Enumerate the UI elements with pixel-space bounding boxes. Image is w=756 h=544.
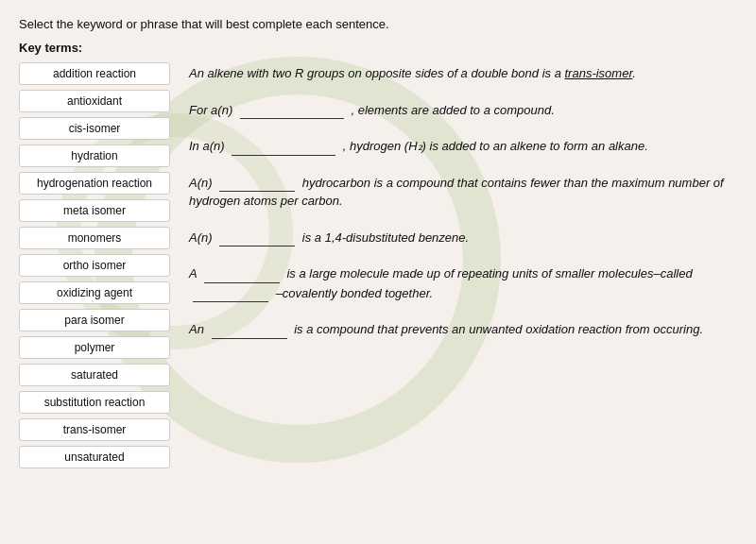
sentence-1-period: . <box>632 66 636 80</box>
sentence-5-after: is a 1,4-disubstituted benzene. <box>302 230 469 245</box>
keyword-item-10[interactable]: polymer <box>19 336 170 359</box>
sentence-6-prefix: A <box>189 266 197 280</box>
sentence-3-prefix: In a(n) <box>189 139 225 153</box>
sentence-4: A(n) hydrocarbon is a compound that cont… <box>189 173 737 211</box>
sentence-3-after: , hydrogen (H₂) is added to an alkene to… <box>343 139 648 153</box>
sentence-1-text-before: An alkene with two R groups on opposite … <box>189 66 561 80</box>
sentence-6-blank-1[interactable] <box>204 264 280 283</box>
keyword-item-8[interactable]: oxidizing agent <box>19 281 170 304</box>
keyword-item-11[interactable]: saturated <box>19 364 170 386</box>
keyword-item-14[interactable]: unsaturated <box>19 446 170 468</box>
keyword-item-4[interactable]: hydrogenation reaction <box>19 172 170 195</box>
sentence-1-link: trans-isomer <box>565 66 633 80</box>
keyword-item-0[interactable]: addition reaction <box>19 62 170 85</box>
sentences-column: An alkene with two R groups on opposite … <box>189 62 737 468</box>
keyword-item-12[interactable]: substitution reaction <box>19 391 170 414</box>
sentence-5-blank[interactable] <box>219 228 295 247</box>
sentence-3-blank[interactable] <box>232 136 335 156</box>
sentence-3: In a(n) , hydrogen (H₂) is added to an a… <box>189 136 737 156</box>
sentence-6: A is a large molecule made up of repeati… <box>189 264 737 302</box>
keywords-column: addition reactionantioxidantcis-isomerhy… <box>19 62 170 468</box>
keyword-item-6[interactable]: monomers <box>19 227 170 249</box>
keyword-item-3[interactable]: hydration <box>19 144 170 167</box>
sentence-2: For a(n) , elements are added to a compo… <box>189 100 737 120</box>
instructions-text: Select the keyword or phrase that will b… <box>19 17 737 31</box>
keyword-item-5[interactable]: meta isomer <box>19 199 170 222</box>
sentence-6-after: –covalently bonded together. <box>276 286 433 300</box>
sentence-4-prefix: A(n) <box>189 176 213 190</box>
sentence-2-after: , elements are added to a compound. <box>351 103 554 117</box>
sentence-7-prefix: An <box>189 322 204 336</box>
sentence-2-blank[interactable] <box>240 100 344 120</box>
sentence-7: An is a compound that prevents an unwant… <box>189 319 737 339</box>
keyword-item-1[interactable]: antioxidant <box>19 90 170 112</box>
keyword-item-2[interactable]: cis-isomer <box>19 117 170 140</box>
sentence-1: An alkene with two R groups on opposite … <box>189 64 737 83</box>
sentence-5: A(n) is a 1,4-disubstituted benzene. <box>189 228 737 247</box>
keyword-item-13[interactable]: trans-isomer <box>19 418 170 441</box>
sentence-6-blank-2[interactable] <box>193 283 268 303</box>
keyword-item-7[interactable]: ortho isomer <box>19 254 170 277</box>
sentence-5-prefix: A(n) <box>189 230 213 245</box>
sentence-4-blank[interactable] <box>219 173 295 193</box>
sentence-2-prefix: For a(n) <box>189 103 232 117</box>
keyword-item-9[interactable]: para isomer <box>19 309 170 332</box>
key-terms-label: Key terms: <box>19 41 737 55</box>
sentence-7-blank[interactable] <box>212 319 287 339</box>
sentence-6-mid: is a large molecule made up of repeating… <box>286 266 692 280</box>
sentence-7-after: is a compound that prevents an unwanted … <box>294 322 703 336</box>
